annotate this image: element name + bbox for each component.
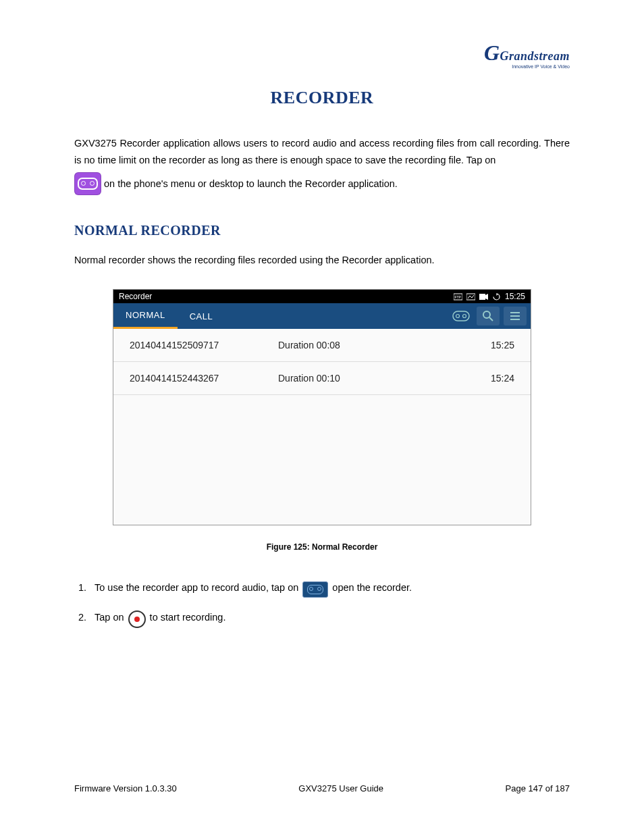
brand-logo: GGrandstream Innovative IP Voice & Video <box>475 41 570 69</box>
sync-icon <box>492 293 501 301</box>
recorder-app-icon <box>74 172 101 195</box>
footer-doc-title: GXV3275 User Guide <box>298 783 383 793</box>
recording-name: 20140414152509717 <box>130 340 278 350</box>
recording-duration: Duration 00:10 <box>278 373 491 384</box>
recording-time: 15:24 <box>491 373 514 384</box>
intro-paragraph: GXV3275 Recorder application allows user… <box>74 135 570 170</box>
recording-time: 15:25 <box>491 340 514 350</box>
svg-rect-3 <box>479 294 485 300</box>
svg-point-7 <box>456 315 460 318</box>
svg-marker-4 <box>485 294 488 300</box>
intro-paragraph-2: on the phone's menu or desktop to launch… <box>74 172 570 192</box>
menu-button[interactable] <box>504 307 527 325</box>
new-recording-button[interactable] <box>450 307 473 325</box>
normal-desc: Normal recorder shows the recording file… <box>74 252 570 269</box>
figure-caption: Figure 125: Normal Recorder <box>74 542 570 552</box>
section-heading-normal: NORMAL RECORDER <box>74 223 570 238</box>
svg-point-9 <box>483 311 490 318</box>
page-title: RECORDER <box>74 88 570 108</box>
footer-page-number: Page 147 of 187 <box>506 783 570 793</box>
recording-name: 20140414152443267 <box>130 373 278 384</box>
footer-firmware: Firmware Version 1.0.3.30 <box>74 783 177 793</box>
tape-icon <box>302 581 328 598</box>
tab-normal[interactable]: NORMAL <box>113 303 178 329</box>
brand-tagline: Innovative IP Voice & Video <box>475 64 570 69</box>
tab-call[interactable]: CALL <box>178 303 225 329</box>
recorder-screenshot: Recorder FTP 15:25 NORMAL CALL <box>113 289 531 525</box>
svg-text:FTP: FTP <box>454 295 461 299</box>
step-1: To use the recorder app to record audio,… <box>89 579 570 596</box>
toolbar: NORMAL CALL <box>113 303 531 329</box>
ftp-icon: FTP <box>454 293 462 301</box>
list-item[interactable]: 20140414152443267 Duration 00:10 15:24 <box>113 362 531 395</box>
svg-rect-6 <box>453 311 469 321</box>
status-bar: Recorder FTP 15:25 <box>113 290 531 303</box>
status-time: 15:25 <box>505 292 525 301</box>
list-item[interactable]: 20140414152509717 Duration 00:08 15:25 <box>113 329 531 362</box>
recording-list: 20140414152509717 Duration 00:08 15:25 2… <box>113 329 531 525</box>
svg-line-10 <box>489 317 493 321</box>
search-button[interactable] <box>477 307 500 325</box>
app-title: Recorder <box>119 292 152 301</box>
picture-icon <box>466 293 475 301</box>
recording-duration: Duration 00:08 <box>278 340 491 350</box>
page-footer: Firmware Version 1.0.3.30 GXV3275 User G… <box>74 783 570 793</box>
record-icon <box>128 610 146 628</box>
video-icon <box>479 293 488 301</box>
step-2: Tap on to start recording. <box>89 608 570 626</box>
svg-point-8 <box>463 315 466 318</box>
